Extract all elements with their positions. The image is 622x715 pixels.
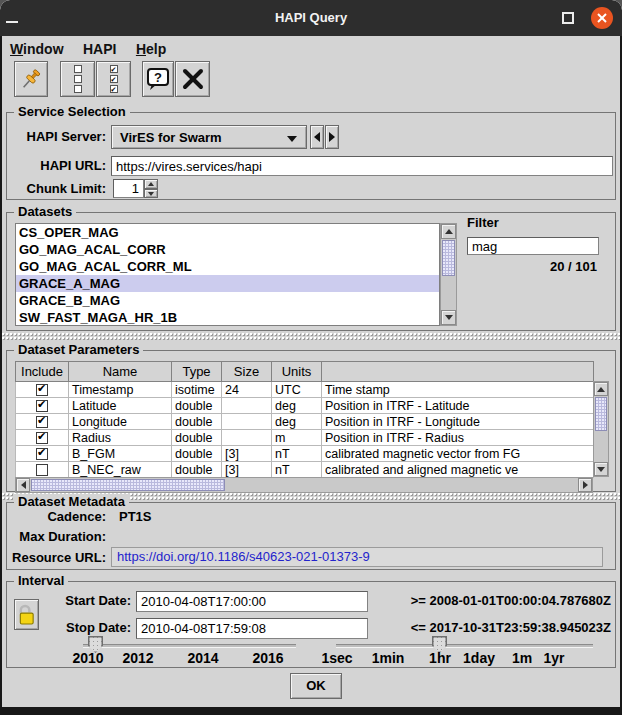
dataset-list-item[interactable]: GRACE_A_MAG xyxy=(16,275,439,292)
col-type[interactable]: Type xyxy=(172,362,222,382)
stop-limit: <= 2017-10-31T23:59:38.945023Z xyxy=(411,620,611,635)
x-icon xyxy=(181,67,205,91)
param-row[interactable]: ✔ Radius double m Position in ITRF - Rad… xyxy=(16,430,594,446)
server-prev-button[interactable] xyxy=(310,125,324,149)
scroll-down-button[interactable] xyxy=(441,310,456,325)
scroll-left-button[interactable] xyxy=(16,478,30,492)
col-size[interactable]: Size xyxy=(222,362,272,382)
minimize-button[interactable] xyxy=(0,6,24,30)
scrollbar-thumb[interactable] xyxy=(442,240,455,276)
tick-duration: 1min xyxy=(372,650,405,666)
chunk-limit-input[interactable] xyxy=(113,179,144,198)
tick-year: 2010 xyxy=(72,650,103,666)
ok-button[interactable]: OK xyxy=(290,673,342,699)
scrollbar-thumb[interactable] xyxy=(31,479,225,491)
filter-input[interactable] xyxy=(467,237,599,255)
dataset-list-item[interactable]: GO_MAG_ACAL_CORR xyxy=(16,241,439,258)
include-checkbox[interactable]: ✔ xyxy=(36,448,48,460)
maximize-icon xyxy=(562,12,574,24)
check-icon: ✔ xyxy=(37,382,46,395)
tick-duration: 1hr xyxy=(429,650,451,666)
scroll-up-icon xyxy=(445,229,453,234)
include-checkbox[interactable]: ✔ xyxy=(36,432,48,444)
pin-window-button[interactable] xyxy=(14,61,48,97)
chevron-down-icon xyxy=(287,136,297,142)
maximize-button[interactable] xyxy=(556,6,580,30)
datasets-group: Datasets CS_OPER_MAG GO_MAG_ACAL_CORR GO… xyxy=(6,212,616,331)
parameters-table: Include Name Type Size Units ✔ Timestamp… xyxy=(15,361,594,478)
param-row[interactable]: ✔ Longitude double deg Position in ITRF … xyxy=(16,414,594,430)
interval-title: Interval xyxy=(14,573,68,588)
hapi-server-value: VirES for Swarm xyxy=(120,130,222,145)
dataset-list-item[interactable]: SW_FAST_MAGA_HR_1B xyxy=(16,309,439,326)
param-row[interactable]: ✔ Latitude double deg Position in ITRF -… xyxy=(16,398,594,414)
tick-duration: 1m xyxy=(512,650,532,666)
dataset-list-item[interactable]: GO_MAG_ACAL_CORR_ML xyxy=(16,258,439,275)
scroll-up-button[interactable] xyxy=(594,382,608,396)
scroll-up-button[interactable] xyxy=(441,224,456,239)
duration-slider-track[interactable] xyxy=(336,644,593,648)
param-row[interactable]: ✔ B_FGM double [3] nT calibrated magneti… xyxy=(16,446,594,462)
hapi-server-combo[interactable]: VirES for Swarm xyxy=(111,125,307,149)
col-units[interactable]: Units xyxy=(272,362,322,382)
include-checkbox[interactable]: ✔ xyxy=(36,400,48,412)
menu-hapi[interactable]: HAPI xyxy=(83,36,116,62)
datasets-title: Datasets xyxy=(14,204,76,219)
col-include[interactable]: Include xyxy=(16,362,69,382)
table-header-row: Include Name Type Size Units xyxy=(16,362,594,382)
col-description[interactable] xyxy=(322,362,594,382)
start-date-input[interactable] xyxy=(136,591,368,612)
unselect-all-params-button[interactable] xyxy=(60,61,95,97)
param-row[interactable]: ✔ Timestamp isotime 24 UTC Time stamp xyxy=(16,382,594,398)
checked-list-icon: ✔ ✔ ✔ xyxy=(110,65,118,93)
include-checkbox[interactable]: ✔ xyxy=(36,384,48,396)
scroll-down-icon xyxy=(445,315,453,320)
check-icon: ✔ xyxy=(37,414,46,427)
filter-label: Filter xyxy=(467,215,527,230)
titlebar: HAPI Query xyxy=(0,0,622,36)
hapi-url-input[interactable] xyxy=(111,156,613,176)
stop-date-input[interactable] xyxy=(136,618,368,639)
scroll-right-button[interactable] xyxy=(578,478,592,492)
max-duration-label: Max Duration: xyxy=(7,529,106,544)
date-slider-track[interactable] xyxy=(83,644,296,648)
dataset-list-item[interactable]: GRACE_B_MAG xyxy=(16,292,439,309)
dataset-list-item[interactable]: CS_OPER_MAG xyxy=(16,224,439,241)
menu-help[interactable]: Help xyxy=(136,36,166,62)
scroll-up-icon xyxy=(597,387,605,392)
check-icon: ✔ xyxy=(37,430,46,443)
help-button[interactable]: ? xyxy=(142,61,174,97)
resource-url-label: Resource URL: xyxy=(7,550,106,565)
select-all-params-button[interactable]: ✔ ✔ ✔ xyxy=(96,61,131,97)
dataset-list-scrollbar[interactable] xyxy=(440,223,457,326)
dataset-metadata-group: Dataset Metadata Cadence: PT1S Max Durat… xyxy=(6,502,616,570)
menubar: Window HAPI Help xyxy=(2,36,620,62)
split-divider[interactable] xyxy=(2,333,620,341)
cadence-label: Cadence: xyxy=(7,509,106,524)
tick-duration: 1day xyxy=(463,650,495,666)
service-selection-title: Service Selection xyxy=(14,104,130,119)
check-icon: ✔ xyxy=(37,398,46,411)
resource-url-link[interactable]: https://doi.org/10.1186/s40623-021-01373… xyxy=(117,549,370,564)
param-row[interactable]: ✔ B_NEC_raw double [3] nT calibrated and… xyxy=(16,462,594,478)
tick-duration: 1yr xyxy=(543,650,564,666)
table-vscrollbar[interactable] xyxy=(593,381,609,477)
hapi-url-label: HAPI URL: xyxy=(7,156,106,176)
include-checkbox[interactable]: ✔ xyxy=(36,464,48,476)
table-hscrollbar[interactable] xyxy=(15,477,593,493)
scrollbar-thumb[interactable] xyxy=(595,397,607,431)
menu-window[interactable]: Window xyxy=(10,36,64,62)
help-bubble-icon: ? xyxy=(145,66,171,92)
start-date-label: Start Date: xyxy=(7,593,131,608)
chunk-down-button[interactable] xyxy=(144,189,158,198)
chunk-up-button[interactable] xyxy=(144,179,158,189)
include-checkbox[interactable]: ✔ xyxy=(36,416,48,428)
window-close-button[interactable] xyxy=(591,7,613,29)
window-title: HAPI Query xyxy=(0,0,622,36)
hapi-query-window: HAPI Query Window HAPI Help xyxy=(0,0,622,715)
arrow-left-icon xyxy=(314,132,320,142)
col-name[interactable]: Name xyxy=(69,362,172,382)
close-window-button[interactable] xyxy=(175,61,210,97)
scroll-down-button[interactable] xyxy=(594,462,608,476)
server-next-button[interactable] xyxy=(325,125,339,149)
